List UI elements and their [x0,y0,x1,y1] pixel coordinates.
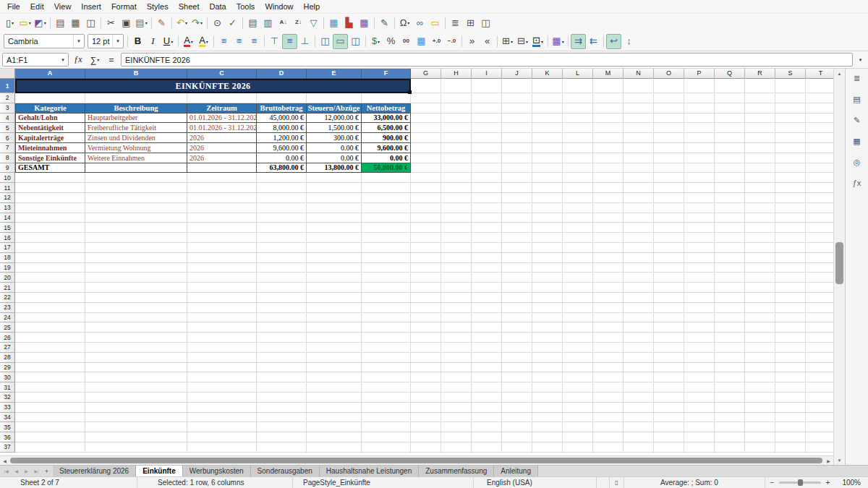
sort-descending-button[interactable]: Z↓ [291,15,306,30]
row-header-5[interactable]: 5 [0,123,15,133]
insert-image-button[interactable]: ▦ [326,15,341,30]
cell-C3[interactable]: Zeitraum [187,103,257,114]
print-button[interactable]: ▦ [68,15,83,30]
zoom-percent[interactable]: 100% [835,477,868,488]
column-header-E[interactable]: E [307,69,362,79]
row-header-31[interactable]: 31 [0,382,15,393]
print-preview-button[interactable]: ◫ [83,15,98,30]
font-name-combo[interactable]: Cambria▾ [4,34,85,48]
highlighting-color-dropdown-arrow[interactable]: ▾ [206,39,208,44]
find-replace-button[interactable]: ⊙ [210,15,225,30]
row-header-10[interactable]: 10 [0,173,15,183]
font-color-button[interactable]: A▾ [181,34,196,49]
vertical-text-button[interactable]: ↕ [621,34,637,49]
clone-formatting-button[interactable]: ✎ [154,15,169,30]
border-color-button[interactable]: ⊡▾ [530,34,545,49]
align-top-button[interactable]: ⊤ [267,34,282,49]
merge-and-center-button[interactable]: ▭ [333,34,348,49]
column-header-N[interactable]: N [624,69,654,79]
show-draw-functions-button[interactable]: ✎ [377,15,392,30]
add-decimal-place-button[interactable]: +.0 [429,34,444,49]
cell-C5[interactable]: 01.01.2026 - 31.12.2026 [187,123,257,133]
row-header-8[interactable]: 8 [0,153,15,163]
cell-E8[interactable]: 0.00 € [307,153,362,163]
row-header-4[interactable]: 4 [0,114,15,124]
navigator-deck-icon[interactable]: ◎ [848,155,866,169]
format-as-date-button[interactable]: ▦ [414,34,429,49]
cell-C9[interactable] [187,163,257,174]
cell-C6[interactable]: 2026 [187,133,257,143]
horizontal-scrollbar[interactable]: ◀ ▶ [0,455,833,465]
highlighting-color-button[interactable]: A▾ [196,34,211,49]
insert-pivot-table-button[interactable]: ▦ [357,15,372,30]
sidebar-settings-icon[interactable]: ≣ [848,71,866,85]
row-header-29[interactable]: 29 [0,363,15,373]
zoom-out-button[interactable]: − [768,479,776,487]
menu-tools[interactable]: Tools [231,0,260,13]
scroll-down-arrow[interactable]: ▼ [834,455,845,465]
row-header-11[interactable]: 11 [0,183,15,193]
column-header-O[interactable]: O [654,69,684,79]
column-header-P[interactable]: P [684,69,715,79]
border-color-dropdown-arrow[interactable]: ▾ [541,39,543,44]
cell-E5[interactable]: 1,500.00 € [307,123,362,133]
name-box[interactable]: A1:F1 ▾ [2,53,69,67]
new-button[interactable]: ▯▾ [2,15,17,30]
cell-E6[interactable]: 300.00 € [307,133,362,143]
column-header-H[interactable]: H [441,69,472,79]
cell-F7[interactable]: 9,600.00 € [362,143,411,153]
save-button[interactable]: ◩▾ [33,15,48,30]
gallery-deck-icon[interactable]: ▦ [848,134,866,148]
format-as-currency-dropdown-arrow[interactable]: ▾ [378,39,380,44]
cell-E4[interactable]: 12,000.00 € [307,114,362,124]
menu-styles[interactable]: Styles [142,0,174,13]
tab-nav-first-sheet[interactable]: |◀ [1,468,11,474]
cell-A6[interactable]: Kapitalerträge [15,133,85,143]
zoom-slider-track[interactable] [779,481,821,484]
zoom-in-button[interactable]: + [824,479,832,487]
cells-area[interactable]: EINKÜNFTE 2026KategorieBeschreibungZeitr… [15,79,833,455]
menu-format[interactable]: Format [106,0,142,13]
open-dropdown-arrow[interactable]: ▾ [29,20,31,25]
tab-nav-next-sheet[interactable]: ▶ [22,468,31,474]
row-header-25[interactable]: 25 [0,322,15,333]
row-header-32[interactable]: 32 [0,393,15,403]
row-header-15[interactable]: 15 [0,223,15,233]
cell-F5[interactable]: 6,500.00 € [362,123,411,133]
scroll-left-arrow[interactable]: ◀ [0,456,9,465]
column-header-L[interactable]: L [563,69,593,79]
cell-A5[interactable]: Nebentätigkeit [15,123,85,133]
format-as-number-button[interactable]: 00 [399,34,414,49]
cell-B9[interactable] [85,163,187,174]
row-header-12[interactable]: 12 [0,193,15,203]
column-header-J[interactable]: J [502,69,532,79]
menu-insert[interactable]: Insert [76,0,106,13]
conditional-formatting-dropdown-arrow[interactable]: ▾ [562,39,564,44]
function-wizard-button[interactable]: ƒx [71,53,85,67]
text-direction-ltr-button[interactable]: ⇉ [571,34,586,49]
row-header-34[interactable]: 34 [0,413,15,423]
row-header-22[interactable]: 22 [0,293,15,303]
unmerge-cells-button[interactable]: ◫ [348,34,363,49]
copy-button[interactable]: ▣ [119,15,134,30]
insert-chart-button[interactable]: ▙ [341,15,357,30]
sheet-tab-einkünfte[interactable]: Einkünfte [136,466,183,476]
format-as-currency-button[interactable]: $▾ [368,34,383,49]
cell-D9[interactable]: 63,800.00 € [257,163,307,174]
cell-D3[interactable]: Bruttobetrag [257,103,307,114]
underline-dropdown-arrow[interactable]: ▾ [171,39,173,44]
formula-button[interactable]: = [104,53,119,67]
horizontal-scrollbar-thumb[interactable] [10,458,822,463]
sheet-tab-werbungskosten[interactable]: Werbungskosten [183,466,251,476]
row-header-16[interactable]: 16 [0,233,15,243]
expand-formula-bar-button[interactable]: ▾ [855,53,866,67]
cell-B4[interactable]: Hauptarbeitgeber [85,114,187,124]
new-dropdown-arrow[interactable]: ▾ [12,20,14,25]
row-header-24[interactable]: 24 [0,313,15,323]
column-header-S[interactable]: S [775,69,806,79]
column-header-M[interactable]: M [593,69,624,79]
insert-mode-status[interactable] [597,477,610,488]
column-header-I[interactable]: I [472,69,502,79]
row-header-23[interactable]: 23 [0,303,15,313]
row-header-13[interactable]: 13 [0,203,15,213]
